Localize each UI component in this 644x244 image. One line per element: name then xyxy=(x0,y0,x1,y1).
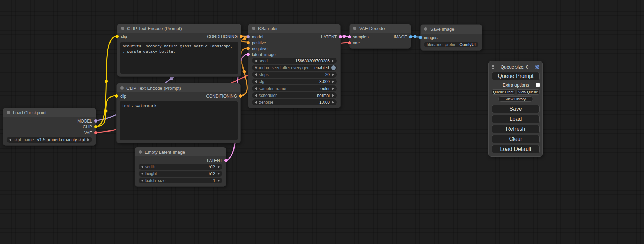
node-title-bar[interactable]: Load Checkpoint xyxy=(3,108,96,117)
clip-output-dot[interactable] xyxy=(94,125,97,128)
arrow-left-icon[interactable] xyxy=(9,138,11,141)
view-history-button[interactable]: View History xyxy=(498,96,533,102)
arrow-left-icon[interactable] xyxy=(255,101,257,104)
input-slot-clip[interactable]: clip xyxy=(121,34,127,39)
queue-prompt-button[interactable]: Queue Prompt xyxy=(492,72,540,80)
queue-front-button[interactable]: Queue Front xyxy=(492,89,515,95)
arrow-left-icon[interactable] xyxy=(141,165,143,168)
output-slot-latent[interactable]: LATENT xyxy=(321,35,337,39)
latent-image-input-dot[interactable] xyxy=(247,53,250,56)
load-button[interactable]: Load xyxy=(492,115,540,123)
widget-batch-size[interactable]: batch_size 1 xyxy=(139,178,222,183)
arrow-right-icon[interactable] xyxy=(332,94,334,97)
widget-denoise[interactable]: denoise 1.000 xyxy=(252,99,337,105)
input-slot-samples[interactable]: samples xyxy=(353,35,369,39)
output-slot-image[interactable]: IMAGE xyxy=(394,35,407,39)
toggle-knob-icon[interactable] xyxy=(331,65,336,70)
collapse-dot-icon[interactable] xyxy=(353,27,356,30)
output-slot-conditioning[interactable]: CONDITIONING xyxy=(207,34,238,39)
clip-input-dot[interactable] xyxy=(115,94,118,98)
arrow-left-icon[interactable] xyxy=(255,60,257,62)
input-slot-vae[interactable]: vae xyxy=(353,40,360,45)
arrow-right-icon[interactable] xyxy=(332,73,334,76)
widget-scheduler[interactable]: scheduler normal xyxy=(252,92,337,98)
output-slot-model[interactable]: MODEL xyxy=(77,119,92,124)
arrow-left-icon[interactable] xyxy=(255,80,257,83)
arrow-right-icon[interactable] xyxy=(332,80,334,83)
conditioning-output-dot[interactable] xyxy=(240,35,243,38)
node-empty-latent-image[interactable]: Empty Latent Image LATENT width 512 heig xyxy=(135,147,226,187)
input-slot-images[interactable]: images xyxy=(424,35,438,40)
arrow-right-icon[interactable] xyxy=(332,87,334,90)
arrow-left-icon[interactable] xyxy=(255,87,257,90)
node-ksampler[interactable]: KSampler model LATENT positive xyxy=(248,24,341,108)
widget-cfg[interactable]: cfg 8.000 xyxy=(252,79,337,84)
input-slot-latent-image[interactable]: latent_image xyxy=(252,52,276,57)
collapse-dot-icon[interactable] xyxy=(252,27,255,30)
arrow-left-icon[interactable] xyxy=(141,172,143,175)
prompt-textarea[interactable]: text, watermark xyxy=(120,101,238,140)
model-input-dot[interactable] xyxy=(247,35,250,38)
node-save-image[interactable]: Save Image images filename_prefix ComfyU… xyxy=(420,24,482,51)
vae-output-dot[interactable] xyxy=(94,131,97,134)
widget-sampler-name[interactable]: sampler_name euler xyxy=(252,85,337,91)
prompt-textarea[interactable]: beautiful scenery nature glass bottle la… xyxy=(120,42,238,74)
drag-handle-icon[interactable] xyxy=(492,65,494,69)
vae-input-dot[interactable] xyxy=(348,41,351,44)
arrow-left-icon[interactable] xyxy=(255,73,257,76)
arrow-right-icon[interactable] xyxy=(218,179,220,182)
input-slot-model[interactable]: model xyxy=(252,35,263,39)
gear-icon[interactable] xyxy=(535,64,540,70)
arrow-right-icon[interactable] xyxy=(332,60,334,62)
node-title-bar[interactable]: Empty Latent Image xyxy=(135,147,226,156)
widget-steps[interactable]: steps 20 xyxy=(252,72,337,78)
collapse-dot-icon[interactable] xyxy=(120,86,124,90)
clip-input-dot[interactable] xyxy=(116,35,119,38)
node-title-bar[interactable]: CLIP Text Encode (Prompt) xyxy=(117,83,240,92)
conditioning-output-dot[interactable] xyxy=(239,94,242,98)
view-queue-button[interactable]: View Queue xyxy=(517,89,540,95)
clear-button[interactable]: Clear xyxy=(492,135,540,143)
widget-seed[interactable]: seed 156680208700286 xyxy=(252,58,337,64)
queue-panel[interactable]: Queue size: 0 Queue Prompt Extra options xyxy=(488,61,543,157)
node-graph-canvas[interactable]: Load Checkpoint MODEL CLIP VAE xyxy=(0,0,644,244)
arrow-right-icon[interactable] xyxy=(332,101,334,104)
output-slot-latent[interactable]: LATENT xyxy=(207,158,222,163)
positive-input-dot[interactable] xyxy=(247,41,250,44)
arrow-right-icon[interactable] xyxy=(218,165,220,168)
node-title-bar[interactable]: KSampler xyxy=(248,24,340,33)
images-input-dot[interactable] xyxy=(419,36,422,39)
widget-width[interactable]: width 512 xyxy=(139,164,222,170)
collapse-dot-icon[interactable] xyxy=(121,27,124,30)
latent-output-dot[interactable] xyxy=(224,159,228,162)
widget-ckpt-name[interactable]: ckpt_name v1-5-pruned-emaonly.ckpt xyxy=(7,137,92,143)
input-slot-clip[interactable]: clip xyxy=(120,94,126,99)
refresh-button[interactable]: Refresh xyxy=(492,125,540,133)
arrow-left-icon[interactable] xyxy=(255,94,257,97)
collapse-dot-icon[interactable] xyxy=(139,150,142,154)
output-slot-conditioning[interactable]: CONDITIONING xyxy=(206,94,237,99)
model-output-dot[interactable] xyxy=(94,119,97,123)
arrow-right-icon[interactable] xyxy=(218,172,220,175)
node-load-checkpoint[interactable]: Load Checkpoint MODEL CLIP VAE xyxy=(3,108,96,146)
widget-filename-prefix[interactable]: filename_prefix ComfyUI xyxy=(424,42,478,47)
load-default-button[interactable]: Load Default xyxy=(492,145,540,153)
arrow-right-icon[interactable] xyxy=(87,138,89,141)
checkbox-icon[interactable] xyxy=(536,83,540,87)
widget-random-seed-toggle[interactable]: Random seed after every gen enabled xyxy=(252,65,337,71)
negative-input-dot[interactable] xyxy=(247,47,250,50)
arrow-left-icon[interactable] xyxy=(141,179,143,182)
node-vae-decode[interactable]: VAE Decode samples IMAGE vae xyxy=(349,24,411,49)
image-output-dot[interactable] xyxy=(409,35,412,38)
output-slot-vae[interactable]: VAE xyxy=(84,130,92,135)
collapse-dot-icon[interactable] xyxy=(7,111,10,114)
input-slot-negative[interactable]: negative xyxy=(252,46,267,51)
latent-output-dot[interactable] xyxy=(339,35,342,38)
node-clip-text-encode-positive[interactable]: CLIP Text Encode (Prompt) clip CONDITION… xyxy=(117,24,241,77)
samples-input-dot[interactable] xyxy=(348,35,351,38)
node-clip-text-encode-negative[interactable]: CLIP Text Encode (Prompt) clip CONDITION… xyxy=(116,83,241,143)
widget-height[interactable]: height 512 xyxy=(139,171,222,177)
node-title-bar[interactable]: VAE Decode xyxy=(350,24,411,33)
output-slot-clip[interactable]: CLIP xyxy=(83,125,92,129)
collapse-dot-icon[interactable] xyxy=(424,27,427,31)
